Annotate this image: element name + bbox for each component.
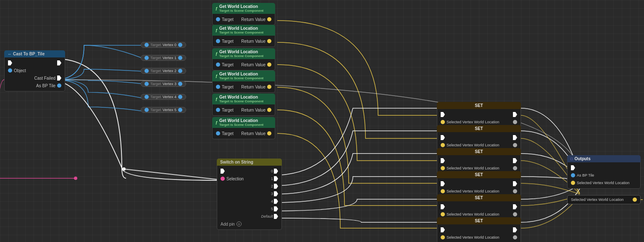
gwl-1-target-pin[interactable] xyxy=(216,39,220,43)
cast-exec-in-pin[interactable] xyxy=(8,60,12,65)
vertex-5-btn: Target Vertex 5 xyxy=(141,107,186,113)
gwl-node-2: ƒ Get World Location Target is Scene Com… xyxy=(212,48,275,70)
vertex-2-pin[interactable] xyxy=(145,69,149,73)
gwl-0-return-pin[interactable] xyxy=(267,17,271,21)
switch-out-4-pin[interactable] xyxy=(274,199,278,204)
switch-body: 0 Selection 1 2 3 4 5 xyxy=(217,166,282,230)
cast-exec-out-pin[interactable] xyxy=(57,60,61,65)
cast-object-label: Object xyxy=(14,68,26,73)
set-2-exec-in[interactable] xyxy=(441,158,445,163)
set-4-exec-in[interactable] xyxy=(441,204,445,209)
switch-title: Switch on String xyxy=(220,160,253,164)
vertex-5-pin[interactable] xyxy=(145,108,149,112)
set-4-out-pin[interactable] xyxy=(513,212,517,216)
outputs-as-bp-tile-pin[interactable] xyxy=(571,173,575,177)
cast-as-bp-tile-pin[interactable] xyxy=(57,83,61,88)
vertex-4-out-pin[interactable] xyxy=(178,95,182,99)
set-3-exec-out[interactable] xyxy=(513,181,517,186)
set-2-out-pin[interactable] xyxy=(513,166,517,170)
switch-out-2-pin[interactable] xyxy=(274,184,278,189)
switch-default-pin[interactable] xyxy=(274,214,278,219)
set-3-exec-in[interactable] xyxy=(441,181,445,186)
cast-node-header: ↔ Cast To BP_Tile xyxy=(4,50,65,57)
set-node-4: SET Selected Vertex World Location xyxy=(437,194,521,220)
switch-selection-pin[interactable] xyxy=(221,177,225,181)
set-5-exec-out[interactable] xyxy=(513,227,517,232)
vertex-0-out-pin[interactable] xyxy=(178,43,182,47)
set-3-value-pin[interactable] xyxy=(441,189,445,193)
set-4-value-label: Selected Vertex World Location xyxy=(447,212,513,216)
switch-header: Switch on String xyxy=(217,159,282,166)
set-2-exec-out[interactable] xyxy=(513,158,517,163)
vertex-5-out-pin[interactable] xyxy=(178,108,182,112)
switch-out-0-pin[interactable] xyxy=(274,169,278,174)
gwl-3-return-pin[interactable] xyxy=(267,85,271,89)
outputs-title: Outputs xyxy=(574,156,590,161)
vertex-2-out-pin[interactable] xyxy=(178,69,182,73)
vertex-1-pin[interactable] xyxy=(145,56,149,60)
gwl-0-body: Target Return Value xyxy=(212,14,275,25)
gwl-2-return-pin[interactable] xyxy=(267,62,271,67)
gwl-4-target-pin[interactable] xyxy=(216,108,220,112)
set-1-out-pin[interactable] xyxy=(513,143,517,147)
vertex-0-pin[interactable] xyxy=(145,43,149,47)
gwl-0-target-pin[interactable] xyxy=(216,17,220,21)
gwl-5-return-pin[interactable] xyxy=(267,131,271,135)
set-0-header: SET xyxy=(437,102,521,109)
set-1-exec-out[interactable] xyxy=(513,135,517,140)
set-1-exec-in[interactable] xyxy=(441,135,445,140)
add-pin-button[interactable]: + xyxy=(237,221,242,226)
set-0-value-pin[interactable] xyxy=(441,120,445,124)
set-0-value-label: Selected Vertex World Location xyxy=(447,120,513,124)
set-node-3: SET Selected Vertex World Location xyxy=(437,171,521,197)
gwl-4-return-pin[interactable] xyxy=(267,108,271,112)
gwl-3-body: Target Return Value xyxy=(212,81,275,93)
switch-out-5-pin[interactable] xyxy=(274,206,278,211)
set-0-exec-out[interactable] xyxy=(513,112,517,117)
switch-out-3-pin[interactable] xyxy=(274,191,278,196)
gwl-3-return-label: Return Value xyxy=(241,85,265,89)
outputs-exec-pin[interactable] xyxy=(571,165,575,170)
set-5-out-pin[interactable] xyxy=(513,235,517,239)
vertex-3-pin[interactable] xyxy=(145,82,149,86)
switch-default-row: Default xyxy=(217,213,281,220)
gwl-node-4: ƒ Get World Location Target is Scene Com… xyxy=(212,94,275,116)
cast-exec-row xyxy=(5,59,65,67)
vertex-1-out-pin[interactable] xyxy=(178,56,182,60)
bottom-output-label: Selected Vertex World Location xyxy=(571,198,633,202)
switch-out-1-pin[interactable] xyxy=(274,176,278,181)
vertex-4-pin[interactable] xyxy=(145,95,149,99)
set-5-value-pin[interactable] xyxy=(441,235,445,239)
gwl-3-target-pin[interactable] xyxy=(216,85,220,89)
cast-failed-pin[interactable] xyxy=(57,75,61,81)
set-5-exec-in[interactable] xyxy=(441,227,445,232)
outputs-selected-vertex-pin[interactable] xyxy=(571,181,575,185)
set-3-out-pin[interactable] xyxy=(513,189,517,193)
set-0-exec-in[interactable] xyxy=(441,112,445,117)
set-0-out-pin[interactable] xyxy=(513,120,517,124)
switch-exec-pin[interactable] xyxy=(221,169,225,174)
gwl-2-body: Target Return Value xyxy=(212,59,275,70)
switch-out-4-row: 4 xyxy=(217,198,281,205)
gwl-0-return-label: Return Value xyxy=(241,17,265,22)
vertex-3-out-pin[interactable] xyxy=(178,82,182,86)
set-5-body: Selected Vertex World Location xyxy=(437,224,521,242)
cast-cast-failed-row: Cast Failed xyxy=(5,74,65,82)
set-4-exec-out[interactable] xyxy=(513,204,517,209)
switch-add-pin-row[interactable]: Add pin + xyxy=(217,220,281,228)
gwl-5-target-pin[interactable] xyxy=(216,131,220,135)
set-2-header: SET xyxy=(437,148,521,155)
gwl-2-return-label: Return Value xyxy=(241,62,265,67)
bottom-output-pin[interactable] xyxy=(633,198,637,202)
gwl-5-sub: Target is Scene Component xyxy=(219,123,263,127)
gwl-1-return-pin[interactable] xyxy=(267,39,271,43)
gwl-2-title: Get World Location xyxy=(219,49,263,54)
set-2-value-pin[interactable] xyxy=(441,166,445,170)
gwl-2-target-pin[interactable] xyxy=(216,62,220,67)
outputs-body: As BP Tile Selected Vertex World Locatio… xyxy=(567,162,641,189)
set-1-value-pin[interactable] xyxy=(441,143,445,147)
set-2-title: SET xyxy=(475,149,483,154)
set-4-value-pin[interactable] xyxy=(441,212,445,216)
gwl-5-title: Get World Location xyxy=(219,118,263,123)
cast-object-pin[interactable] xyxy=(8,68,12,73)
